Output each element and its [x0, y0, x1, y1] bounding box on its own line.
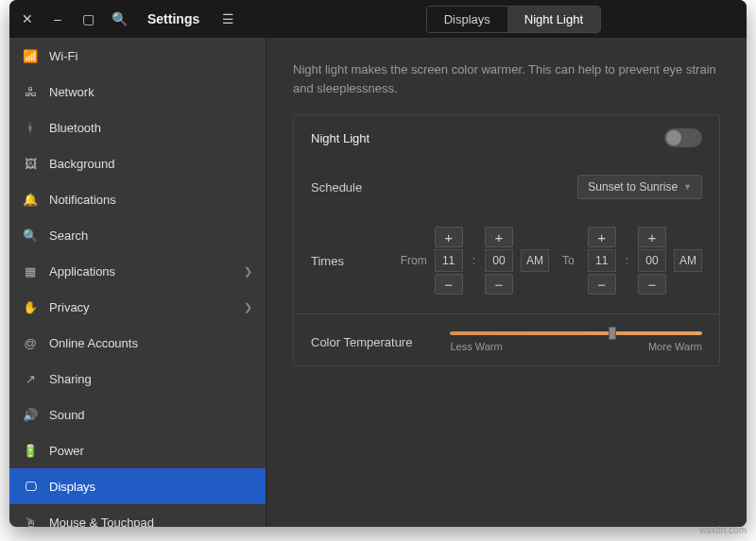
applications-icon: ▦	[23, 264, 38, 279]
sidebar-item-privacy[interactable]: ✋Privacy❯	[9, 289, 266, 325]
to-min-plus[interactable]: +	[638, 227, 666, 247]
night-light-panel: Night Light Schedule Sunset to Sunrise ▼…	[293, 114, 720, 366]
sidebar-item-label: Online Accounts	[49, 336, 138, 350]
mouse-touchpad-icon: 🖱	[23, 516, 38, 528]
chevron-down-icon: ▼	[683, 182, 692, 192]
color-temp-slider-wrap: Less Warm More Warm	[450, 331, 702, 352]
sidebar-item-power[interactable]: 🔋Power	[9, 432, 266, 468]
tab-displays[interactable]: Displays	[427, 7, 507, 32]
colon: :	[624, 254, 630, 267]
from-hour-plus[interactable]: +	[435, 227, 463, 247]
sidebar-item-label: Sound	[49, 408, 85, 422]
minimize-button[interactable]: –	[43, 5, 72, 33]
privacy-icon: ✋	[23, 300, 38, 314]
from-hour-minus[interactable]: −	[435, 274, 463, 295]
to-min-value[interactable]: 00	[638, 249, 666, 272]
from-min-minus[interactable]: −	[485, 274, 513, 295]
sharing-icon: ↗	[23, 372, 38, 386]
sidebar-item-displays[interactable]: 🖵Displays	[9, 468, 266, 504]
sidebar-item-sharing[interactable]: ↗Sharing	[9, 361, 266, 397]
night-light-label: Night Light	[311, 131, 369, 145]
sidebar[interactable]: 📶Wi-Fi🖧NetworkᚼBluetooth🖼Background🔔Noti…	[9, 38, 266, 527]
row-times: Times From + 11 − : + 00 −	[294, 212, 719, 308]
sidebar-item-notifications[interactable]: 🔔Notifications	[9, 181, 266, 217]
row-night-light: Night Light	[294, 115, 719, 161]
watermark: wsxdn.com	[699, 525, 747, 535]
menu-button[interactable]: ☰	[213, 5, 243, 33]
color-temp-slider[interactable]	[450, 331, 702, 335]
schedule-label: Schedule	[311, 180, 362, 194]
sidebar-item-label: Notifications	[49, 193, 116, 207]
from-min-plus[interactable]: +	[485, 227, 513, 247]
to-ampm: AM	[674, 227, 702, 295]
sidebar-item-wi-fi[interactable]: 📶Wi-Fi	[9, 38, 266, 74]
from-min-spinner: + 00 −	[485, 227, 513, 295]
description-text: Night light makes the screen color warme…	[293, 60, 720, 97]
bluetooth-icon: ᚼ	[23, 121, 38, 135]
sidebar-item-label: Search	[49, 228, 88, 243]
row-schedule: Schedule Sunset to Sunrise ▼	[294, 161, 719, 212]
to-hour-minus[interactable]: −	[588, 274, 616, 295]
sound-icon: 🔊	[23, 408, 38, 422]
sidebar-item-label: Privacy	[49, 300, 90, 314]
to-label: To	[557, 254, 580, 267]
to-hour-value[interactable]: 11	[588, 249, 616, 272]
titlebar: ✕ – ▢ 🔍 Settings ☰ Displays Night Light	[9, 0, 747, 38]
sidebar-item-label: Wi-Fi	[49, 49, 77, 63]
from-hour-value[interactable]: 11	[435, 249, 463, 272]
from-label: From	[401, 254, 427, 267]
sidebar-item-applications[interactable]: ▦Applications❯	[9, 253, 266, 289]
slider-thumb[interactable]	[609, 327, 616, 340]
from-ampm-value[interactable]: AM	[521, 249, 549, 272]
tab-night-light[interactable]: Night Light	[507, 7, 600, 32]
night-light-toggle[interactable]	[664, 128, 702, 147]
sidebar-item-label: Power	[49, 444, 84, 458]
to-min-spinner: + 00 −	[638, 227, 666, 295]
background-icon: 🖼	[23, 157, 38, 171]
close-button[interactable]: ✕	[13, 5, 42, 33]
times-controls: From + 11 − : + 00 −	[401, 227, 702, 295]
network-icon: 🖧	[23, 85, 38, 99]
sidebar-item-label: Displays	[49, 480, 95, 494]
sidebar-item-mouse-touchpad[interactable]: 🖱Mouse & Touchpad	[9, 504, 266, 527]
sidebar-item-network[interactable]: 🖧Network	[9, 74, 266, 110]
displays-icon: 🖵	[23, 480, 38, 494]
to-min-minus[interactable]: −	[638, 274, 666, 295]
search-button[interactable]: 🔍	[104, 5, 134, 33]
sidebar-item-sound[interactable]: 🔊Sound	[9, 397, 266, 432]
window-body: 📶Wi-Fi🖧NetworkᚼBluetooth🖼Background🔔Noti…	[9, 38, 747, 527]
sidebar-item-label: Background	[49, 157, 114, 171]
settings-window: ✕ – ▢ 🔍 Settings ☰ Displays Night Light …	[9, 0, 747, 527]
from-ampm: AM	[521, 227, 549, 295]
from-hour-spinner: + 11 −	[435, 227, 463, 295]
schedule-dropdown[interactable]: Sunset to Sunrise ▼	[577, 175, 702, 199]
from-min-value[interactable]: 00	[485, 249, 513, 272]
notifications-icon: 🔔	[23, 193, 38, 207]
schedule-value: Sunset to Sunrise	[588, 180, 678, 194]
sidebar-item-label: Network	[49, 85, 94, 99]
online-accounts-icon: @	[23, 336, 38, 350]
sidebar-item-search[interactable]: 🔍Search	[9, 217, 266, 253]
slider-right-label: More Warm	[648, 341, 702, 352]
sidebar-item-online-accounts[interactable]: @Online Accounts	[9, 325, 266, 361]
to-hour-plus[interactable]: +	[588, 227, 616, 247]
maximize-button[interactable]: ▢	[74, 5, 102, 33]
colon: :	[471, 254, 477, 267]
window-title: Settings	[136, 11, 211, 26]
times-label: Times	[311, 254, 344, 268]
color-temp-label: Color Temperature	[311, 335, 412, 349]
power-icon: 🔋	[23, 444, 38, 458]
row-color-temp: Color Temperature Less Warm More Warm	[294, 313, 719, 365]
view-switcher: Displays Night Light	[426, 6, 601, 33]
search-icon: 🔍	[23, 228, 38, 243]
sidebar-item-label: Sharing	[49, 372, 92, 386]
chevron-right-icon: ❯	[244, 301, 252, 313]
sidebar-item-bluetooth[interactable]: ᚼBluetooth	[9, 110, 266, 145]
sidebar-item-background[interactable]: 🖼Background	[9, 145, 266, 181]
to-ampm-value[interactable]: AM	[674, 249, 702, 272]
sidebar-item-label: Mouse & Touchpad	[49, 516, 154, 528]
to-hour-spinner: + 11 −	[588, 227, 616, 295]
content-area: Night light makes the screen color warme…	[266, 38, 747, 527]
wi-fi-icon: 📶	[23, 49, 38, 63]
sidebar-item-label: Bluetooth	[49, 121, 101, 135]
